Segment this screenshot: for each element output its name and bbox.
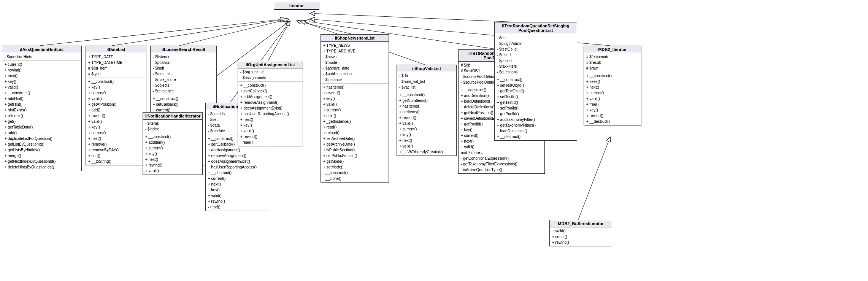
- ilTestRandomQuestionSetStagingPoolQuestionList-box: ilTestRandomQuestionSetStagingPoolQuesti…: [494, 22, 577, 141]
- iterator-title: Iterator: [274, 2, 319, 10]
- ilTestRandomQuestionSetStagingPoolQuestionList-methods: + __construct() + setTestObjId() + getTe…: [495, 76, 577, 140]
- ilNotificationHandlerIterator-methods: + __construct() + addItem() + current() …: [143, 133, 202, 175]
- ilDateList-methods: + __construct() + key() + current() + va…: [86, 78, 146, 165]
- MDB2Iterator-box: MDB2_Iterator # $fetchmode # $result # $…: [584, 46, 641, 125]
- ilLuceneSearchResult-title: ilLuceneSearchResult: [151, 46, 216, 53]
- diagram-container: Iterator ilAssQuestionHintList - $questi…: [0, 0, 868, 281]
- ilAssQuestionHintList-methods: + current() + rewind() + next() + key() …: [2, 61, 81, 171]
- MDB2Iterator-fields: # $fetchmode # $result # $row: [584, 53, 641, 72]
- ilDateList-fields: + TYPE_DATE + TYPE_DATETIME # $list_item…: [86, 53, 146, 78]
- ilShopNewsItemList-box: ilShopNewsItemList + TYPE_NEWS + TYPE_AR…: [321, 34, 389, 183]
- svg-line-3: [179, 19, 289, 46]
- ilNotificationHandlerIterator-fields: - $items - $index: [143, 120, 202, 133]
- ilShopNewsItemList-fields: + TYPE_NEWS + TYPE_ARCHIVE - $news - $mo…: [321, 42, 389, 84]
- ilShopVatsList-fields: - $db - $num_vat_list - $vat_list: [397, 72, 456, 91]
- ilDateList-box: ilDateList + TYPE_DATE + TYPE_DATETIME #…: [86, 46, 146, 165]
- svg-line-10: [310, 13, 533, 23]
- ilTestRandomQuestionSetStagingPoolQuestionList-fields: - $db - $pluginAdmin - $testObjId - $tes…: [495, 34, 577, 76]
- ilNotificationHandlerIterator-title: ilNotificationHandlerIterator: [143, 113, 202, 120]
- svg-line-6: [268, 21, 290, 61]
- ilOrgUnitAssignmentList-title: ilOrgUnitAssignmentList: [238, 61, 303, 68]
- MDB2BufferedIterator-box: MDB2_Bufferediterator + valid() + count(…: [549, 220, 612, 246]
- ilShopNewsItemList-title: ilShopNewsItemList: [321, 35, 389, 42]
- ilShopVatsList-box: ilShopVatsList - $db - $num_vat_list - $…: [397, 65, 457, 156]
- ilShopNewsItemList-methods: + hasItems() + rewind() + key() + valid(…: [321, 84, 389, 182]
- ilOrgUnitAssignmentList-fields: - $org_unit_id - $assignments: [238, 68, 303, 82]
- ilShopVatsList-title: ilShopVatsList: [397, 65, 456, 72]
- svg-line-1: [40, 19, 285, 46]
- ilShopVatsList-methods: + __construct() + getNumItems() + hasIte…: [397, 91, 456, 156]
- svg-line-7: [297, 21, 352, 34]
- svg-line-12: [578, 137, 610, 221]
- ilLuceneSearchResult-fields: - $listener - $position - $limit - $tota…: [151, 53, 216, 95]
- ilDateList-title: ilDateList: [86, 46, 146, 53]
- ilOrgUnitAssignmentList-box: ilOrgUnitAssignmentList - $org_unit_id -…: [238, 61, 303, 146]
- MDB2BufferedIterator-methods: + valid() + count() + rewind(): [550, 227, 612, 246]
- ilAssQuestionHintList-fields: - $questionHints: [2, 53, 81, 61]
- ilOrgUnitAssignmentList-methods: + __construct() + sortCallback() + addAs…: [238, 82, 303, 146]
- ilAssQuestionHintList-title: ilAssQuestionHintList: [2, 46, 81, 53]
- svg-line-2: [112, 19, 287, 46]
- MDB2BufferedIterator-title: MDB2_Bufferediterator: [550, 220, 612, 227]
- ilAssQuestionHintList-box: ilAssQuestionHintList - $questionHints +…: [2, 46, 82, 171]
- MDB2Iterator-title: MDB2_Iterator: [584, 46, 641, 53]
- ilTestRandomQuestionSetStagingPoolQuestionList-title: ilTestRandomQuestionSetStagingPoolQuesti…: [495, 22, 577, 34]
- MDB2Iterator-methods: + __construct() + seek() + next() + curr…: [584, 72, 641, 125]
- iterator-box: Iterator: [274, 2, 319, 10]
- ilNotificationHandlerIterator-box: ilNotificationHandlerIterator - $items -…: [143, 112, 203, 175]
